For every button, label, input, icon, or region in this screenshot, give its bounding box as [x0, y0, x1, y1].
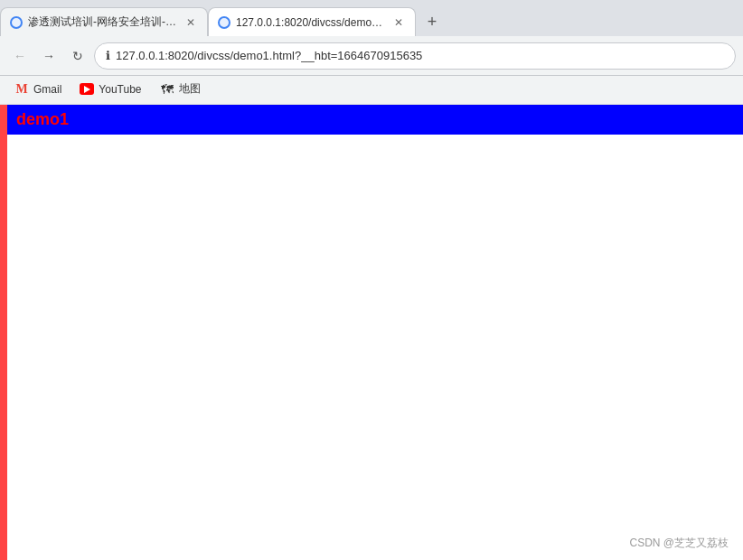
bookmark-youtube[interactable]: YouTube — [72, 80, 148, 98]
tab1-close-button[interactable]: ✕ — [183, 15, 198, 30]
bookmark-maps[interactable]: 🗺 地图 — [153, 79, 208, 98]
maps-label: 地图 — [179, 81, 201, 97]
address-bar-row: ← → ↻ ℹ 127.0.0.1:8020/divcss/demo1.html… — [0, 36, 743, 76]
youtube-label: YouTube — [99, 83, 141, 96]
bookmarks-bar: M Gmail YouTube 🗺 地图 — [0, 76, 743, 105]
url-text: 127.0.0.1:8020/divcss/demo1.html?__hbt=1… — [116, 49, 422, 62]
page-content: demo1 CSDN @芝芝又荔枝 — [7, 105, 743, 560]
extension-sidebar-strip — [0, 105, 7, 560]
tab-2[interactable]: 127.0.0.1:8020/divcss/demo1.h... ✕ — [208, 7, 416, 36]
tab2-close-button[interactable]: ✕ — [391, 15, 406, 30]
gmail-icon: M — [14, 82, 29, 97]
tab-bar: 渗透测试培训-网络安全培训-暗屏... ✕ 127.0.0.1:8020/div… — [0, 0, 743, 36]
tab1-title: 渗透测试培训-网络安全培训-暗屏... — [28, 14, 178, 30]
watermark: CSDN @芝芝又荔枝 — [629, 536, 729, 551]
back-button[interactable]: ← — [7, 43, 33, 69]
demo-heading: demo1 — [7, 105, 743, 135]
tab1-icon — [10, 16, 23, 29]
bookmark-gmail[interactable]: M Gmail — [7, 80, 69, 98]
refresh-button[interactable]: ↻ — [65, 43, 90, 69]
maps-icon: 🗺 — [160, 82, 174, 97]
new-tab-button[interactable]: + — [419, 9, 445, 34]
gmail-label: Gmail — [33, 83, 61, 96]
browser-chrome: 渗透测试培训-网络安全培训-暗屏... ✕ 127.0.0.1:8020/div… — [0, 0, 743, 105]
tab-1[interactable]: 渗透测试培训-网络安全培训-暗屏... ✕ — [0, 7, 208, 36]
lock-icon: ℹ — [106, 49, 110, 62]
tab2-icon — [218, 16, 230, 29]
tab2-title: 127.0.0.1:8020/divcss/demo1.h... — [236, 16, 386, 29]
youtube-icon — [80, 82, 94, 97]
main-area: demo1 CSDN @芝芝又荔枝 — [0, 105, 743, 560]
address-bar[interactable]: ℹ 127.0.0.1:8020/divcss/demo1.html?__hbt… — [94, 42, 736, 70]
forward-button[interactable]: → — [36, 43, 61, 69]
